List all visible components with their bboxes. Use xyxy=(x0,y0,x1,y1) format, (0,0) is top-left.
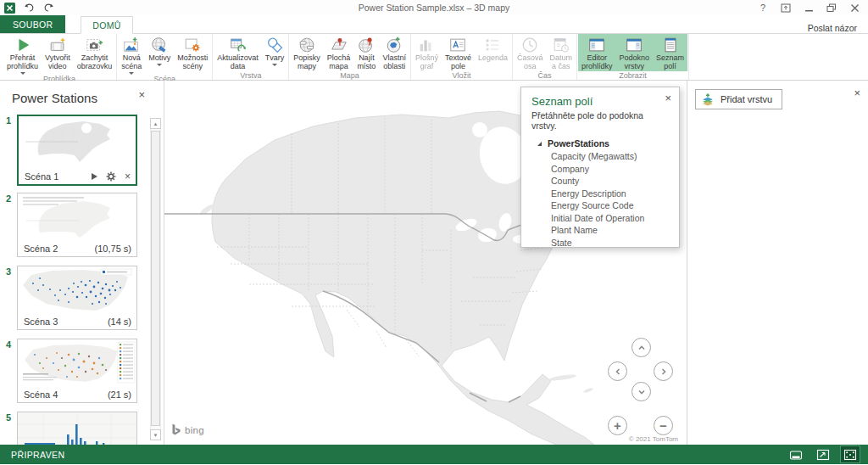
shapes-button[interactable]: Tvary xyxy=(262,34,288,71)
scene-label: Scéna 1 xyxy=(25,171,58,182)
scene-item-1[interactable]: 1 Scéna 1 xyxy=(0,115,164,186)
flat-map-button[interactable]: Plochá mapa xyxy=(324,34,354,71)
field-item[interactable]: County xyxy=(521,175,679,188)
layer-pane: Přidat vrstvu × xyxy=(687,81,868,445)
custom-regions-icon xyxy=(385,35,403,54)
group-label-time: Čas xyxy=(514,71,576,81)
field-item[interactable]: Energy Description xyxy=(521,188,679,200)
field-list-close-icon[interactable]: × xyxy=(665,92,671,104)
scroll-up-icon[interactable]: ▲ xyxy=(150,118,161,129)
custom-regions-button[interactable]: Vlastní oblasti xyxy=(379,34,409,71)
help-button[interactable]: ? xyxy=(757,2,769,14)
bing-logo-icon xyxy=(171,423,181,436)
tour-panel-close-icon[interactable]: × xyxy=(138,89,145,100)
window-title: Power Station Sample.xlsx – 3D mapy xyxy=(0,3,868,13)
field-list-panel: Seznam polí × Přetáhněte pole do podokna… xyxy=(520,87,680,248)
scene-thumbnail[interactable]: Scéna 3 (14 s) xyxy=(17,266,137,330)
send-feedback-link[interactable]: Poslat názor xyxy=(808,23,868,33)
scene2-map-preview xyxy=(18,193,136,238)
tour-editor-button[interactable]: Editor prohlídky xyxy=(578,34,616,71)
scene-duration: (10,75 s) xyxy=(95,244,131,254)
layer-pane-icon xyxy=(625,35,643,54)
find-place-icon xyxy=(357,35,376,54)
layer-pane-button[interactable]: Podokno vrstvy xyxy=(616,34,654,71)
find-place-button[interactable]: Najít místo xyxy=(353,34,379,71)
scene-thumbnail[interactable]: Scéna 1 × xyxy=(17,115,137,186)
new-scene-icon xyxy=(122,35,141,54)
close-button[interactable] xyxy=(849,2,860,14)
capture-screen-icon xyxy=(85,35,103,54)
scene-thumbnail[interactable]: Scéna 4 (21 s) xyxy=(17,339,137,403)
scene-item-4[interactable]: 4 xyxy=(0,339,164,403)
ribbon-group-layer: Aktualizovat data Tvary Vrstva xyxy=(213,34,289,80)
pan-right-button[interactable] xyxy=(654,361,673,381)
field-list-button[interactable]: Seznam polí xyxy=(653,34,687,71)
field-table-powerstations[interactable]: PowerStations xyxy=(521,137,679,150)
scene-item-3[interactable]: 3 Scéna 3 (14 s) xyxy=(0,266,164,330)
legend-icon xyxy=(483,35,502,54)
add-layer-button[interactable]: Přidat vrstvu xyxy=(695,89,782,109)
flat-map-view-icon[interactable] xyxy=(787,446,805,462)
field-item[interactable]: Initial Date of Operation xyxy=(521,212,679,225)
field-item[interactable]: State xyxy=(521,237,679,249)
zoom-in-button[interactable]: + xyxy=(608,416,627,435)
ribbon-display-options-button[interactable] xyxy=(780,2,792,14)
scene-play-icon[interactable] xyxy=(92,173,97,180)
field-item[interactable]: Capacity (Megawatts) xyxy=(521,150,679,163)
minimize-button[interactable] xyxy=(803,2,815,14)
pan-down-button[interactable] xyxy=(632,382,651,401)
create-video-icon xyxy=(48,35,67,54)
text-box-button[interactable]: Textové pole xyxy=(442,34,475,71)
scrollbar-thumb[interactable] xyxy=(151,131,160,426)
pan-left-button[interactable] xyxy=(608,361,627,381)
map-labels-button[interactable]: Popisky mapy xyxy=(290,34,324,71)
field-item[interactable]: Energy Source Code xyxy=(521,199,679,212)
zoom-out-button[interactable]: − xyxy=(654,416,673,435)
date-time-button: Datum a čas xyxy=(547,34,576,71)
pan-up-button[interactable] xyxy=(632,338,651,357)
legend-button: Legenda xyxy=(475,34,511,71)
status-text: PŘIPRAVEN xyxy=(11,450,65,460)
field-item[interactable]: Company xyxy=(521,163,679,176)
scene-item-5[interactable]: 5 xyxy=(0,412,164,445)
ribbon-group-view: Editor prohlídky Podokno vrstvy Seznam p… xyxy=(577,34,689,80)
tab-file[interactable]: SOUBOR xyxy=(0,15,65,33)
scroll-down-icon[interactable]: ▼ xyxy=(150,429,161,440)
group-label-view: Zobrazit xyxy=(578,71,687,81)
tour-editor-icon xyxy=(587,35,606,54)
status-bar: PŘIPRAVEN xyxy=(0,445,868,464)
scene-options-icon xyxy=(183,35,202,54)
collapse-arrow-icon[interactable] xyxy=(537,142,542,146)
fit-to-window-icon[interactable] xyxy=(814,446,832,462)
scene-item-2[interactable]: 2 Scéna 2 (10,75 s) xyxy=(0,193,164,257)
group-label-insert: Vložit xyxy=(412,71,511,81)
ribbon-group-tour: Přehrát prohlídku Vytvořit video Zachyti… xyxy=(3,34,117,80)
new-scene-button[interactable]: Nová scéna xyxy=(118,34,145,75)
full-extent-view-icon[interactable] xyxy=(841,446,860,462)
tab-home[interactable]: DOMŮ xyxy=(81,16,132,34)
scene-delete-icon[interactable]: × xyxy=(125,172,131,181)
refresh-data-button[interactable]: Aktualizovat data xyxy=(214,34,262,71)
field-list-icon xyxy=(661,35,680,54)
scene-options-button[interactable]: Možnosti scény xyxy=(174,34,211,75)
scene-duration: (14 s) xyxy=(108,317,131,327)
bing-logo: bing xyxy=(171,423,204,436)
capture-screen-button[interactable]: Zachytit obrazovku xyxy=(74,34,116,75)
scene4-map-preview xyxy=(18,339,136,384)
themes-button[interactable]: Motivy xyxy=(145,34,174,75)
scene-label: Scéna 2 xyxy=(24,244,58,254)
ribbon-group-time: Časová osa Datum a čas Čas xyxy=(513,34,577,80)
play-tour-button[interactable]: Přehrát prohlídku xyxy=(3,34,42,75)
map-canvas[interactable]: bing + − © 2021 TomTom Seznam polí × Pře… xyxy=(164,81,687,445)
scene-thumbnail[interactable]: Scéna 2 (10,75 s) xyxy=(17,193,137,257)
ribbon-group-insert: Plošný graf Textové pole Legenda Vložit xyxy=(411,34,513,80)
scene-thumbnail[interactable] xyxy=(17,412,137,445)
area-chart-button: Plošný graf xyxy=(412,34,442,71)
scene-settings-gear-icon[interactable] xyxy=(106,171,116,182)
field-item[interactable]: Plant Name xyxy=(521,224,679,237)
scenes-scrollbar[interactable]: ▲ ▼ xyxy=(150,118,161,440)
layer-pane-close-icon[interactable]: × xyxy=(854,87,860,98)
restore-button[interactable] xyxy=(826,2,837,14)
create-video-button[interactable]: Vytvořit video xyxy=(42,34,74,75)
scene-duration: (21 s) xyxy=(108,389,131,400)
